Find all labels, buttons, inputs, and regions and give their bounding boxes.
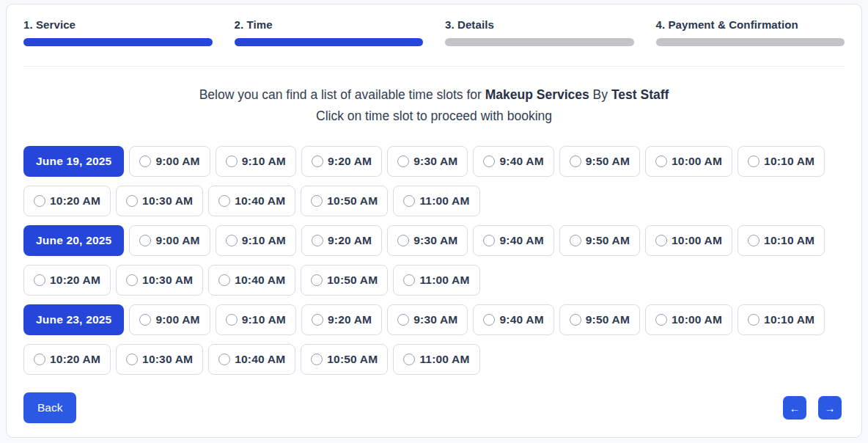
time-slot-button[interactable]: 9:20 AM [301,146,382,177]
pagination-arrows: ← → [783,396,845,420]
radio-icon [397,235,409,246]
time-slot-label: 10:50 AM [327,353,378,366]
time-slot-button[interactable]: 9:40 AM [473,225,553,256]
back-button[interactable]: Back [23,392,76,423]
date-button[interactable]: June 20, 2025 [23,225,124,256]
time-slot-label: 9:30 AM [413,155,457,168]
time-slot-button[interactable]: 9:30 AM [387,304,468,335]
time-slot-button[interactable]: 10:40 AM [208,344,295,375]
time-slot-button[interactable]: 11:00 AM [393,265,479,296]
time-slot-button[interactable]: 10:00 AM [645,225,732,256]
radio-icon [226,314,238,326]
time-slot-button[interactable]: 9:50 AM [559,225,640,256]
divider [23,66,845,67]
time-slot-label: 11:00 AM [419,353,469,366]
arrow-right-icon: → [825,403,836,414]
radio-icon [126,354,138,365]
radio-icon [126,195,138,207]
time-slot-button[interactable]: 10:30 AM [116,265,203,296]
timeslot-groups: June 19, 2025 9:00 AM 9:10 AM 9:20 AM 9:… [23,146,845,375]
time-slot-button[interactable]: 9:40 AM [473,304,553,335]
time-slot-button[interactable]: 9:10 AM [216,146,296,177]
next-arrow-button[interactable]: → [818,396,842,420]
time-slot-button[interactable]: 9:10 AM [216,304,296,335]
staff-name: Test Staff [611,87,669,102]
time-slot-button[interactable]: 9:20 AM [301,225,382,256]
radio-icon [655,235,667,246]
radio-icon [655,314,667,326]
date-button[interactable]: June 19, 2025 [23,146,124,177]
time-slot-button[interactable]: 10:00 AM [645,304,732,335]
time-slot-button[interactable]: 10:50 AM [301,186,388,216]
intro-text: Below you can find a list of available t… [23,84,845,127]
radio-icon [218,195,230,207]
time-slot-button[interactable]: 11:00 AM [393,186,479,216]
time-slot-button[interactable]: 10:20 AM [23,344,111,375]
stepper-step: 2. Time [235,18,424,46]
time-slot-button[interactable]: 9:30 AM [387,225,468,256]
time-slot-label: 9:50 AM [586,234,630,247]
time-slot-label: 9:10 AM [242,234,286,247]
time-slot-button[interactable]: 10:30 AM [116,344,203,375]
stepper-step: 4. Payment & Confirmation [656,18,845,46]
step-progress-bar [23,38,213,46]
time-slot-button[interactable]: 11:00 AM [393,344,479,375]
step-progress-bar [656,38,845,46]
time-slot-button[interactable]: 10:50 AM [301,265,388,296]
radio-icon [403,195,415,207]
date-group: June 23, 2025 9:00 AM 9:10 AM 9:20 AM 9:… [23,304,845,375]
radio-icon [139,235,151,246]
prev-arrow-button[interactable]: ← [783,396,806,420]
time-slot-label: 9:40 AM [499,313,543,326]
time-slot-button[interactable]: 9:30 AM [387,146,468,177]
time-slot-label: 9:30 AM [413,313,457,326]
stepper-step: 1. Service [23,18,213,46]
time-slot-button[interactable]: 10:10 AM [738,225,825,256]
time-slot-button[interactable]: 10:10 AM [738,146,825,177]
time-slot-label: 10:00 AM [672,313,722,326]
time-slot-button[interactable]: 9:40 AM [473,146,553,177]
time-slot-button[interactable]: 10:20 AM [23,265,111,296]
page: 1. Service 2. Time 3. Details 4. Payment… [0,0,868,443]
time-slot-label: 9:40 AM [499,155,543,168]
time-slot-button[interactable]: 9:00 AM [129,304,210,335]
time-slot-button[interactable]: 9:00 AM [129,146,210,177]
time-slot-button[interactable]: 9:20 AM [301,304,382,335]
time-slot-label: 9:50 AM [586,313,630,326]
time-slot-label: 9:10 AM [242,313,286,326]
arrow-left-icon: ← [790,403,801,414]
radio-icon [403,354,415,365]
radio-icon [139,314,151,326]
radio-icon [483,314,495,326]
date-button[interactable]: June 23, 2025 [23,304,124,335]
time-slot-button[interactable]: 10:40 AM [208,186,295,216]
time-slot-button[interactable]: 10:10 AM [738,304,825,335]
time-slot-button[interactable]: 9:50 AM [559,146,640,177]
time-slot-button[interactable]: 9:10 AM [216,225,296,256]
date-group: June 19, 2025 9:00 AM 9:10 AM 9:20 AM 9:… [23,146,845,216]
radio-icon [403,274,415,286]
time-slot-label: 10:00 AM [672,155,722,168]
radio-icon [312,314,323,326]
time-slot-button[interactable]: 9:00 AM [129,225,210,256]
time-slot-label: 10:20 AM [50,353,100,366]
radio-icon [570,314,581,326]
time-slot-label: 10:40 AM [235,274,285,287]
time-slot-label: 9:50 AM [586,155,630,168]
time-slot-button[interactable]: 10:50 AM [301,344,388,375]
intro-line1: Below you can find a list of available t… [23,84,845,106]
time-slot-button[interactable]: 10:40 AM [208,265,295,296]
footer: Back ← → [23,392,845,423]
radio-icon [483,235,495,246]
step-progress-bar [445,38,634,46]
time-slot-label: 9:00 AM [155,313,199,326]
radio-icon [748,235,760,246]
time-slot-button[interactable]: 10:20 AM [23,186,111,216]
radio-icon [570,235,581,246]
time-slot-button[interactable]: 10:30 AM [116,186,203,216]
stepper-step: 3. Details [445,18,634,46]
radio-icon [312,235,323,246]
time-slot-button[interactable]: 10:00 AM [645,146,732,177]
radio-icon [570,155,581,167]
time-slot-button[interactable]: 9:50 AM [559,304,640,335]
